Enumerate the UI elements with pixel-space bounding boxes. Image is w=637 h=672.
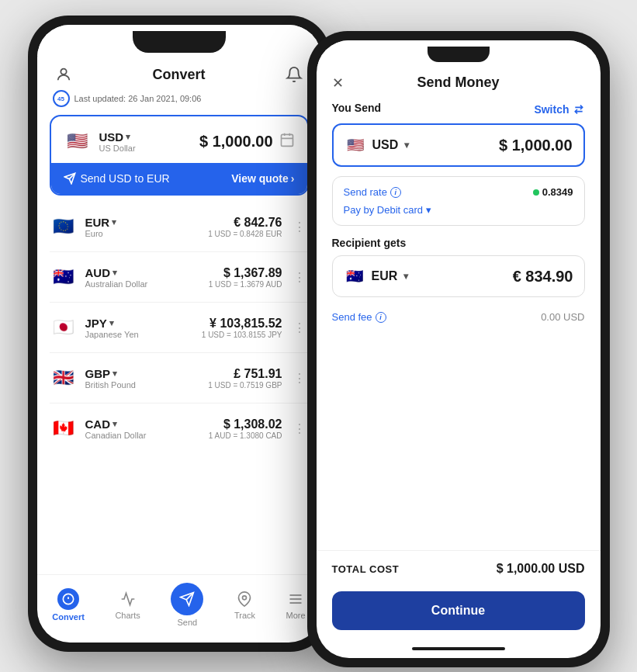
- nav-convert[interactable]: Convert: [52, 588, 85, 622]
- gbp-code: GBP ▾: [85, 367, 136, 380]
- phone1-title: Convert: [152, 67, 205, 83]
- total-cost-row: TOTAL COST $ 1,000.00 USD: [317, 550, 601, 587]
- aud-code: AUD ▾: [85, 266, 148, 279]
- calendar-icon[interactable]: [279, 132, 295, 151]
- send-usd-label: Send USD to EUR: [64, 172, 170, 185]
- usd-card: 🇺🇸 USD ▾ US Dollar $ 1,000.00: [50, 115, 309, 196]
- send-rate-label: Send rate i: [344, 186, 401, 198]
- aud-flag: 🇦🇺: [50, 263, 78, 291]
- more-dots-eur[interactable]: ⋮: [290, 220, 309, 234]
- svg-rect-1: [281, 134, 293, 146]
- usd-code: USD ▾: [99, 130, 136, 144]
- send-rate-value: 0.8349: [533, 186, 573, 198]
- recipient-currency-selector[interactable]: 🇦🇺 EUR ▾: [344, 265, 409, 287]
- usd-name: US Dollar: [99, 144, 136, 153]
- more-dots-cad[interactable]: ⋮: [290, 421, 309, 436]
- cad-name: Canadian Dollar: [85, 431, 147, 440]
- phone-1: Convert 45 Last updated: 26 Jan 2021, 09…: [28, 16, 331, 652]
- eur-flag: 🇪🇺: [50, 213, 78, 241]
- last-updated-text: Last updated: 26 Jan 2021, 09:06: [74, 94, 202, 103]
- list-item[interactable]: 🇯🇵 JPY ▾ Japanese Yen ¥ 103,815.52 1 USD…: [50, 303, 309, 353]
- total-cost-label: TOTAL COST: [332, 563, 400, 575]
- eur-amount: € 842.76: [208, 216, 282, 230]
- cad-amount: $ 1,308.02: [209, 417, 282, 431]
- gbp-rate: 1 USD = 0.7519 GBP: [208, 381, 282, 390]
- recipient-gets-label: Recipient gets: [332, 237, 585, 249]
- you-send-row: You Send Switch: [332, 99, 585, 120]
- total-cost-value: $ 1,000.00 USD: [497, 562, 585, 576]
- aud-amount: $ 1,367.89: [209, 266, 282, 280]
- eur-name: Euro: [85, 229, 117, 238]
- nav-track[interactable]: Track: [234, 590, 255, 620]
- currency-list: 🇪🇺 EUR ▾ Euro € 842.76 1 USD = 0.8428 EU…: [37, 202, 321, 574]
- send-fee-row: Send fee i 0.00 USD: [332, 307, 585, 327]
- aud-rate: 1 USD = 1.3679 AUD: [209, 280, 282, 289]
- send-currency-box[interactable]: 🇺🇸 USD ▾ $ 1,000.00: [332, 123, 585, 167]
- gbp-amount: £ 751.91: [208, 367, 282, 381]
- svg-point-0: [61, 69, 66, 74]
- jpy-flag: 🇯🇵: [50, 313, 78, 341]
- send-money-title: Send Money: [417, 74, 499, 91]
- svg-point-12: [243, 596, 247, 600]
- more-dots-aud[interactable]: ⋮: [290, 270, 309, 285]
- last-updated-row: 45 Last updated: 26 Jan 2021, 09:06: [37, 90, 321, 115]
- switch-button[interactable]: Switch: [534, 103, 584, 116]
- nav-send-label: Send: [178, 618, 198, 627]
- info-icon[interactable]: i: [390, 187, 401, 198]
- eur-rate: 1 USD = 0.8428 EUR: [208, 230, 282, 238]
- jpy-code: JPY ▾: [85, 317, 139, 330]
- send-usd-bar[interactable]: Send USD to EUR View quote ›: [51, 163, 307, 194]
- close-icon[interactable]: ✕: [332, 74, 344, 92]
- nav-convert-label: Convert: [52, 612, 85, 622]
- nav-charts-label: Charts: [115, 611, 140, 620]
- more-dots-gbp[interactable]: ⋮: [290, 371, 309, 386]
- send-amount: $ 1,000.00: [499, 137, 573, 154]
- home-indicator: [412, 647, 505, 650]
- more-dots-jpy[interactable]: ⋮: [290, 320, 309, 335]
- list-item[interactable]: 🇬🇧 GBP ▾ British Pound £ 751.91 1 USD = …: [50, 353, 309, 404]
- send-money-header: ✕ Send Money: [317, 65, 601, 99]
- nav-track-label: Track: [234, 611, 255, 620]
- nav-send[interactable]: Send: [171, 583, 203, 627]
- cad-rate: 1 AUD = 1.3080 CAD: [209, 431, 282, 440]
- list-item[interactable]: 🇨🇦 CAD ▾ Canadian Dollar $ 1,308.02 1 AU…: [50, 404, 309, 453]
- jpy-name: Japanese Yen: [85, 330, 139, 339]
- send-fee-label: Send fee i: [332, 311, 386, 323]
- gbp-name: British Pound: [85, 380, 136, 390]
- continue-button[interactable]: Continue: [332, 591, 585, 630]
- chevron-down-icon: ▾: [404, 140, 409, 151]
- bottom-nav: Convert Charts: [37, 574, 321, 643]
- recipient-flag: 🇦🇺: [344, 265, 365, 287]
- bell-icon[interactable]: [283, 64, 305, 85]
- send-rate-row: Send rate i 0.8349: [344, 186, 573, 198]
- phone-2: ✕ Send Money You Send Switch: [307, 31, 610, 667]
- phone1-header: Convert: [37, 56, 321, 90]
- aud-name: Australian Dollar: [85, 279, 148, 289]
- usd-flag: 🇺🇸: [64, 127, 92, 155]
- profile-icon[interactable]: [53, 64, 74, 85]
- cad-code: CAD ▾: [85, 417, 147, 431]
- send-currency-selector[interactable]: 🇺🇸 USD ▾: [344, 134, 410, 156]
- recipient-amount: € 834.90: [513, 268, 573, 286]
- jpy-amount: ¥ 103,815.52: [202, 317, 282, 331]
- you-send-label: You Send: [332, 102, 382, 114]
- debit-row[interactable]: Pay by Debit card ▾: [344, 204, 573, 216]
- gbp-flag: 🇬🇧: [50, 364, 78, 392]
- eur-code: EUR ▾: [85, 216, 117, 229]
- recipient-chevron-icon: ▾: [403, 271, 408, 282]
- usd-amount: $ 1,000.00: [199, 133, 273, 151]
- jpy-rate: 1 USD = 103.8155 JPY: [202, 331, 282, 339]
- nav-charts[interactable]: Charts: [115, 590, 140, 620]
- nav-more-label: More: [286, 611, 306, 620]
- view-quote-btn[interactable]: View quote ›: [231, 172, 294, 185]
- timer-circle: 45: [53, 90, 70, 107]
- list-item[interactable]: 🇦🇺 AUD ▾ Australian Dollar $ 1,367.89 1 …: [50, 252, 309, 303]
- nav-more[interactable]: More: [286, 590, 306, 620]
- recipient-currency-box[interactable]: 🇦🇺 EUR ▾ € 834.90: [332, 255, 585, 297]
- list-item[interactable]: 🇪🇺 EUR ▾ Euro € 842.76 1 USD = 0.8428 EU…: [50, 202, 309, 252]
- send-flag: 🇺🇸: [344, 134, 366, 156]
- cad-flag: 🇨🇦: [50, 414, 78, 442]
- rate-dot: [533, 189, 539, 196]
- fee-info-icon[interactable]: i: [376, 312, 386, 323]
- rate-card: Send rate i 0.8349 Pay by Debit card ▾: [332, 176, 585, 226]
